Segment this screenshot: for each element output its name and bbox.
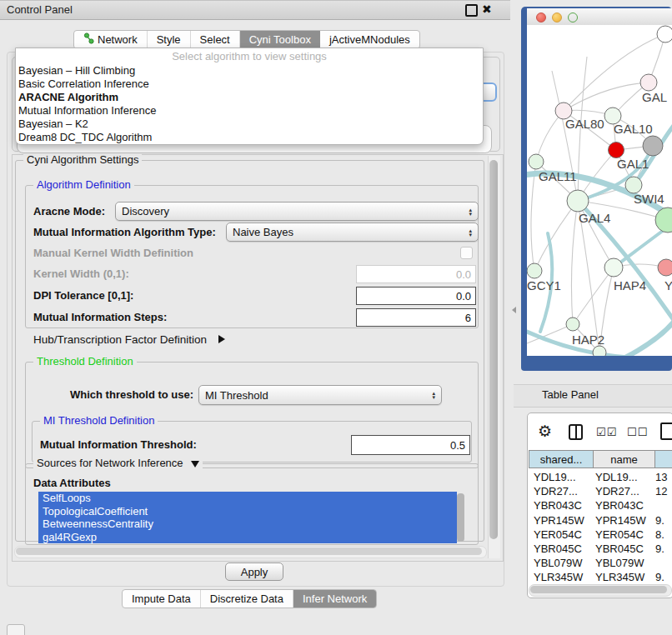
table-row[interactable]: YPR145WYPR145W9. xyxy=(529,513,672,528)
select-all-icon[interactable]: ☑☑ xyxy=(596,426,617,438)
function-icon[interactable] xyxy=(660,422,672,440)
bottom-tabbar: Impute Data Discretize Data Infer Networ… xyxy=(122,589,377,608)
network-graph: GAL80 GAL10 GAL1 GAL11 SWI4 GAL4 GCY1 HA… xyxy=(527,25,672,356)
manual-kernel-checkbox[interactable] xyxy=(460,247,473,259)
mi-steps-field[interactable]: 6 xyxy=(356,308,476,327)
node-hap4 xyxy=(604,258,623,277)
node xyxy=(655,208,672,232)
attribute-item[interactable]: BetweennessCentrality xyxy=(38,518,457,531)
cyni-algorithm-settings-title: Cyni Algorithm Settings xyxy=(23,153,142,166)
table-row[interactable]: YBR045CYBR045C9. xyxy=(529,542,672,556)
tab-discretize-data[interactable]: Discretize Data xyxy=(201,590,293,608)
expand-arrow-icon xyxy=(218,335,225,343)
gear-icon[interactable]: ⚙ xyxy=(538,422,552,441)
algorithm-definition-title: Algorithm Definition xyxy=(33,178,134,191)
mi-threshold-field[interactable]: 0.5 xyxy=(351,435,470,455)
which-threshold-combo[interactable]: MI Threshold ▴▾ xyxy=(198,385,442,405)
attribute-item[interactable]: TopologicalCoefficient xyxy=(38,505,457,518)
node-swi4 xyxy=(625,177,642,193)
node-salmon xyxy=(658,259,672,276)
combo-spinner-icon: ▴▾ xyxy=(469,208,472,216)
algorithm-option[interactable]: Basic Correlation Inference xyxy=(16,78,483,91)
table-horizontal-scrollbar-thumb[interactable] xyxy=(530,586,667,593)
node-label: GAL4 xyxy=(579,211,610,225)
node-gcy1 xyxy=(527,263,542,278)
minimize-button[interactable] xyxy=(552,12,562,22)
collapse-arrow-icon[interactable] xyxy=(191,461,199,468)
column-header-name[interactable]: name xyxy=(594,450,655,468)
dpi-tolerance-field[interactable]: 0.0 xyxy=(356,287,476,305)
column-header-clipped[interactable] xyxy=(655,450,672,468)
columns-icon[interactable] xyxy=(569,424,583,440)
attribute-item[interactable]: gal4RGexp xyxy=(38,531,457,544)
node-label-clipped: GAL xyxy=(642,90,667,104)
algorithm-option-selected[interactable]: ARACNE Algorithm xyxy=(16,91,483,104)
zoom-button[interactable] xyxy=(568,12,578,22)
node xyxy=(657,26,672,42)
network-window-titlebar[interactable] xyxy=(527,8,672,26)
table-row[interactable]: YLR345WYLR345W9. xyxy=(529,570,672,584)
node-gal4 xyxy=(567,190,589,212)
node-label: GAL80 xyxy=(565,117,604,131)
mi-threshold-label: Mutual Information Threshold: xyxy=(40,438,197,451)
network-canvas[interactable]: GAL80 GAL10 GAL1 GAL11 SWI4 GAL4 GCY1 HA… xyxy=(527,25,672,356)
tab-infer-network[interactable]: Infer Network xyxy=(293,590,376,608)
close-icon[interactable]: ✖ xyxy=(482,2,491,11)
node-label: HAP4 xyxy=(614,278,646,292)
node-red-selected xyxy=(609,142,624,158)
float-panel-icon[interactable] xyxy=(465,4,478,17)
minimized-panel-icon[interactable] xyxy=(7,624,25,635)
tab-cyni-toolbox[interactable]: Cyni Toolbox xyxy=(240,31,320,48)
algorithm-dropdown-placeholder: Select algorithm to view settings xyxy=(16,48,483,64)
mi-type-label: Mutual Information Algorithm Type: xyxy=(33,226,216,238)
tab-impute-data[interactable]: Impute Data xyxy=(123,590,201,608)
attributes-list-scrollbar[interactable] xyxy=(457,493,464,542)
hub-definition-toggle[interactable]: Hub/Transcription Factor Definition xyxy=(33,333,225,346)
table-row[interactable]: YDL19...YDL19...13 xyxy=(529,470,672,484)
apply-button[interactable]: Apply xyxy=(225,562,283,581)
table-row[interactable]: YER054CYER054C8. xyxy=(529,528,672,542)
table-panel-title: Table Panel xyxy=(542,388,599,401)
control-panel-titlebar: Control Panel ✖ xyxy=(0,0,510,20)
table-row[interactable]: YBR043CYBR043C xyxy=(529,498,672,512)
mi-type-combo[interactable]: Naive Bayes ▴▾ xyxy=(226,222,479,242)
algorithm-option[interactable]: Mutual Information Inference xyxy=(16,104,483,118)
which-threshold-label: Which threshold to use: xyxy=(70,388,193,401)
node xyxy=(640,74,657,91)
close-button[interactable] xyxy=(536,12,546,22)
split-pane-collapse-arrow[interactable] xyxy=(512,307,516,313)
kernel-width-label: Kernel Width (0,1): xyxy=(33,268,129,280)
threshold-definition-title: Threshold Definition xyxy=(33,355,137,368)
column-header-shared-name[interactable]: shared... xyxy=(529,450,594,468)
table-row[interactable]: YBL079WYBL079W xyxy=(529,556,672,570)
aracne-mode-label: Aracne Mode: xyxy=(33,205,105,218)
algorithm-option[interactable]: Bayesian – K2 xyxy=(16,118,483,131)
tab-style[interactable]: Style xyxy=(148,31,191,48)
node-gray xyxy=(643,136,663,156)
algorithm-option[interactable]: Bayesian – Hill Climbing xyxy=(16,64,483,78)
node xyxy=(593,346,606,356)
control-panel-title: Control Panel xyxy=(7,3,73,16)
tab-network[interactable]: Network xyxy=(74,31,148,48)
data-attributes-list[interactable]: SelfLoops TopologicalCoefficient Between… xyxy=(38,492,457,543)
manual-kernel-label: Manual Kernel Width Definition xyxy=(33,247,193,259)
kernel-width-field: 0.0 xyxy=(356,265,476,283)
mi-steps-label: Mutual Information Steps: xyxy=(33,311,167,323)
tab-jactivemnodules[interactable]: jActiveMNodules xyxy=(320,31,419,48)
tab-select[interactable]: Select xyxy=(191,31,240,48)
network-icon xyxy=(83,32,94,47)
table-rows[interactable]: YDL19...YDL19...13 YDR27...YDR27...12 YB… xyxy=(529,470,672,585)
settings-horizontal-scrollbar-thumb[interactable] xyxy=(16,548,482,555)
node-label: GAL1 xyxy=(617,157,649,171)
attribute-item[interactable]: SelfLoops xyxy=(38,492,457,505)
node-label: GAL10 xyxy=(614,122,653,136)
deselect-all-icon[interactable]: ☐☐ xyxy=(627,426,648,438)
aracne-mode-combo[interactable]: Discovery ▴▾ xyxy=(115,202,479,221)
node-label: GCY1 xyxy=(527,278,561,292)
table-row[interactable]: YDR27...YDR27...12 xyxy=(529,484,672,498)
highlighted-edges xyxy=(527,123,672,356)
settings-vertical-scrollbar-thumb[interactable] xyxy=(489,160,498,539)
combo-spinner-icon: ▴▾ xyxy=(432,391,435,399)
sources-title: Sources for Network Inference xyxy=(33,457,203,469)
algorithm-option[interactable]: Dream8 DC_TDC Algorithm xyxy=(16,131,483,144)
